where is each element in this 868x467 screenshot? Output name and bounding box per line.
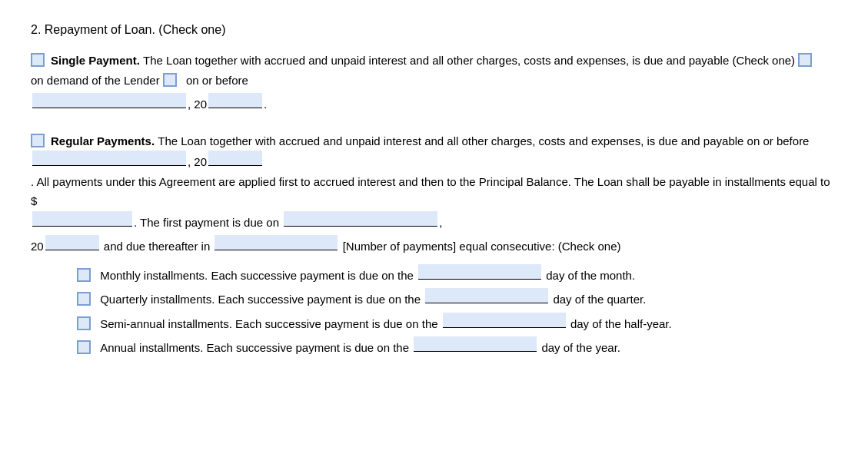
quarterly-checkbox[interactable]: [77, 292, 91, 306]
quarterly-text2: day of the quarter.: [553, 290, 646, 310]
quarterly-option: Quarterly installments. Each successive …: [77, 288, 837, 310]
regular-payment-checkbox[interactable]: [31, 134, 45, 147]
annual-option: Annual installments. Each successive pay…: [77, 336, 837, 358]
single-payment-line1: Single Payment. The Loan together with a…: [31, 51, 837, 90]
regular-payment-line2: 20 and due thereafter in [Number of paym…: [31, 235, 837, 257]
single-payment-year-field[interactable]: [208, 93, 262, 108]
on-or-before-checkbox[interactable]: [163, 73, 177, 87]
on-demand-checkbox[interactable]: [798, 53, 812, 67]
single-payment-on-or-before: on or before: [186, 71, 248, 91]
regular-payment-due-date[interactable]: [32, 151, 186, 166]
annual-text1: Annual installments. Each successive pay…: [100, 338, 409, 358]
regular-payment-block: Regular Payments. The Loan together with…: [31, 131, 837, 358]
regular-payment-year-prefix: , 20: [188, 152, 207, 172]
monthly-checkbox[interactable]: [77, 268, 91, 282]
regular-payment-text8: [Number of payments] equal consecutive: …: [343, 237, 621, 257]
regular-payment-line1: Regular Payments. The Loan together with…: [31, 131, 837, 233]
quarterly-text1: Quarterly installments. Each successive …: [100, 290, 421, 310]
annual-text2: day of the year.: [541, 338, 620, 358]
regular-payment-year[interactable]: [208, 151, 262, 166]
single-payment-label: Single Payment.: [51, 51, 140, 71]
regular-payment-20: 20: [31, 237, 44, 257]
quarterly-day-field[interactable]: [425, 288, 548, 303]
semi-annual-text1: Semi-annual installments. Each successiv…: [100, 314, 437, 334]
monthly-text2: day of the month.: [546, 266, 635, 286]
regular-payment-text4: . The first payment is due on: [134, 213, 279, 233]
regular-payment-label: Regular Payments.: [51, 131, 155, 151]
single-payment-checkbox[interactable]: [31, 53, 45, 67]
regular-payment-num-payments[interactable]: [215, 235, 338, 250]
regular-payment-text7: and due thereafter in: [104, 237, 210, 257]
semi-annual-checkbox[interactable]: [77, 316, 91, 330]
single-payment-year-prefix: , 20: [188, 94, 207, 114]
section-title: 2. Repayment of Loan. (Check one): [31, 23, 837, 37]
annual-checkbox[interactable]: [77, 340, 91, 354]
semi-annual-text2: day of the half-year.: [570, 314, 672, 334]
sub-options: Monthly installments. Each successive pa…: [77, 264, 837, 358]
regular-payment-installment-amount[interactable]: [32, 211, 132, 227]
annual-day-field[interactable]: [414, 336, 537, 352]
section-title-suffix: (Check one): [158, 23, 225, 36]
regular-payment-text: Regular Payments. The Loan together with…: [31, 131, 837, 257]
single-payment-block: Single Payment. The Loan together with a…: [31, 51, 837, 114]
single-payment-period: .: [264, 94, 267, 114]
semi-annual-option: Semi-annual installments. Each successiv…: [77, 313, 837, 334]
single-payment-text1: The Loan together with accrued and unpai…: [143, 51, 795, 71]
monthly-text1: Monthly installments. Each successive pa…: [100, 266, 414, 286]
regular-payment-text3: . All payments under this Agreement are …: [31, 172, 837, 211]
regular-payment-year2[interactable]: [45, 235, 99, 250]
section-title-text: 2. Repayment of Loan.: [31, 23, 155, 36]
regular-payment-text1: The Loan together with accrued and unpai…: [158, 131, 809, 151]
monthly-day-field[interactable]: [418, 264, 541, 280]
semi-annual-day-field[interactable]: [443, 313, 566, 328]
regular-payment-comma: ,: [439, 213, 442, 233]
single-payment-line2: , 20 .: [31, 93, 837, 114]
single-payment-on-demand: on demand of the Lender: [31, 71, 160, 91]
single-payment-date-field[interactable]: [32, 93, 186, 108]
regular-payment-first-due-date[interactable]: [284, 211, 437, 227]
monthly-option: Monthly installments. Each successive pa…: [77, 264, 837, 286]
